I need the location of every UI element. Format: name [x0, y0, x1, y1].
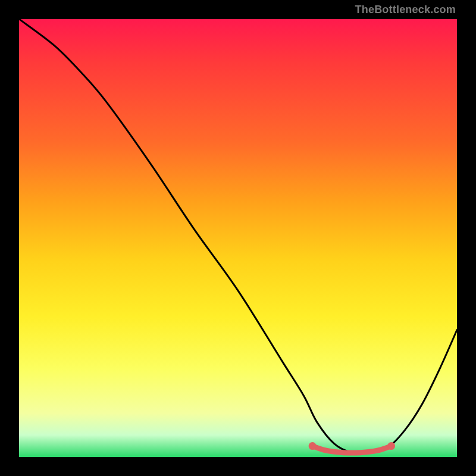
- curve-layer: [19, 19, 457, 457]
- chart-frame: TheBottleneck.com: [0, 0, 476, 476]
- bottleneck-curve: [19, 19, 457, 453]
- plot-area: [19, 19, 457, 457]
- attribution-text: TheBottleneck.com: [355, 4, 456, 16]
- optimal-endpoint-marker: [387, 442, 395, 450]
- optimal-endpoint-marker: [309, 442, 317, 450]
- optimal-band-curve: [312, 446, 391, 453]
